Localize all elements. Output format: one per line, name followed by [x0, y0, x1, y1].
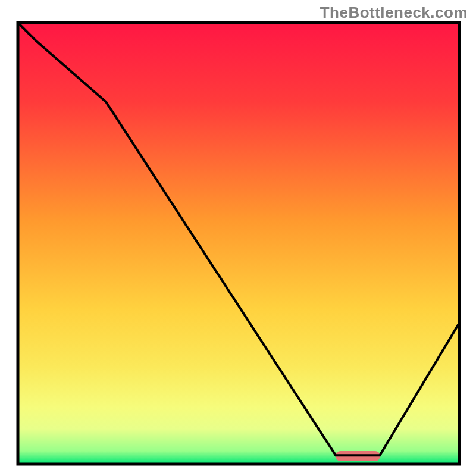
plot-background	[18, 23, 459, 464]
chart-canvas	[0, 0, 476, 476]
watermark-text: TheBottleneck.com	[320, 4, 468, 22]
bottleneck-chart: TheBottleneck.com	[0, 0, 476, 476]
